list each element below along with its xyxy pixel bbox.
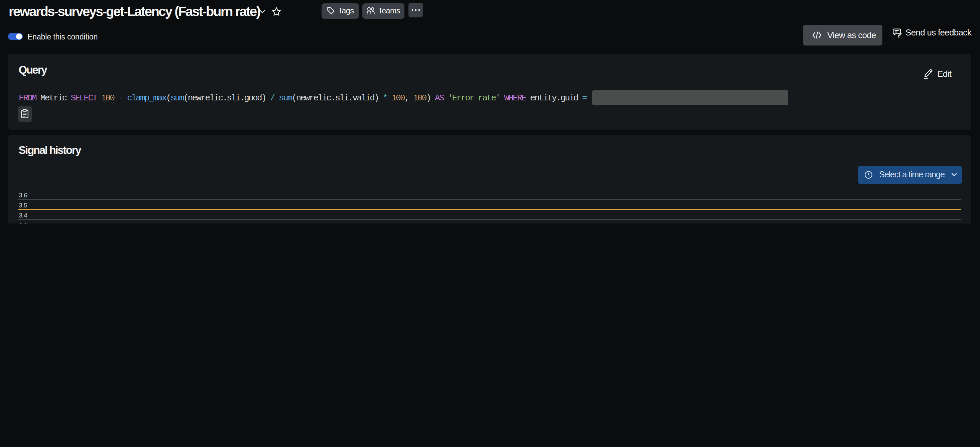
svg-text:3.6: 3.6 [18, 192, 27, 198]
svg-text:3.4: 3.4 [18, 211, 27, 219]
svg-text:3.5: 3.5 [18, 201, 27, 208]
svg-text:3.3: 3.3 [18, 222, 27, 224]
